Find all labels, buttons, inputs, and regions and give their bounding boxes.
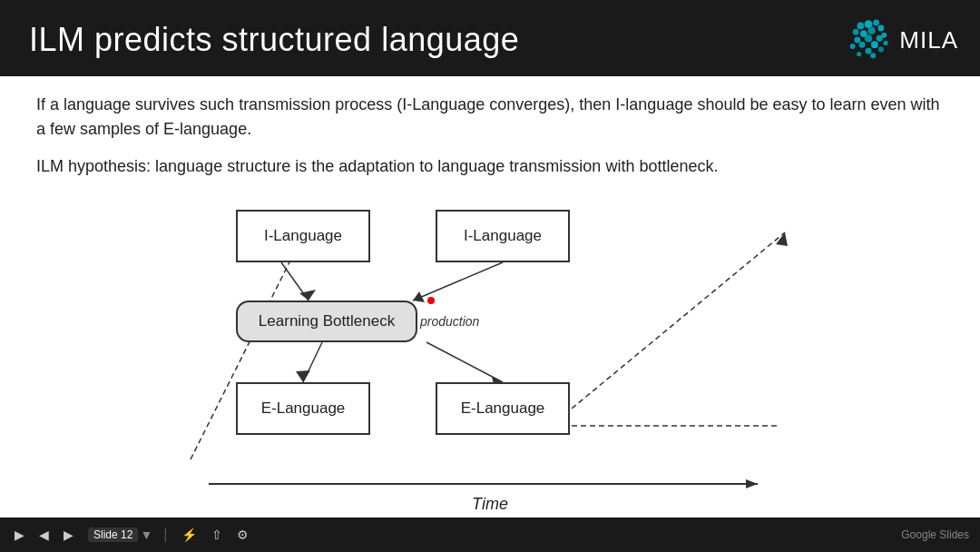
- svg-line-26: [303, 342, 322, 382]
- time-axis: Time: [209, 475, 771, 514]
- toolbar: ▶ ◀ ▶ Slide 12 ▼ | ⚡ ⇧ ⚙ Google Slides: [0, 518, 980, 552]
- gear-icon-button[interactable]: ⚙: [233, 526, 252, 544]
- svg-marker-34: [746, 479, 758, 488]
- svg-point-18: [870, 53, 876, 58]
- time-line-svg: [209, 475, 771, 493]
- svg-point-1: [874, 19, 880, 25]
- svg-point-15: [878, 46, 884, 52]
- play-button[interactable]: ▶: [11, 526, 28, 544]
- prev-button[interactable]: ◀: [35, 526, 53, 544]
- svg-line-30: [572, 232, 785, 409]
- svg-point-25: [427, 297, 435, 304]
- svg-marker-27: [296, 370, 310, 382]
- svg-point-16: [866, 48, 872, 54]
- mila-logo-icon: [845, 16, 892, 64]
- svg-point-2: [858, 23, 865, 30]
- diagram-area: I-Language I-Language Learning Bottlenec…: [181, 192, 799, 473]
- paragraph-2: ILM hypothesis: language structure is th…: [36, 154, 944, 179]
- slide-header: ILM predicts structured language: [0, 0, 980, 76]
- svg-point-9: [855, 37, 861, 44]
- svg-marker-22: [299, 290, 316, 301]
- slide-number-badge[interactable]: Slide 12: [88, 527, 138, 542]
- svg-marker-31: [776, 232, 788, 246]
- svg-point-4: [853, 29, 859, 35]
- time-line: [209, 475, 771, 493]
- slide-title: ILM predicts structured language: [29, 21, 519, 59]
- production-label: production: [420, 314, 479, 329]
- svg-point-6: [867, 26, 876, 34]
- svg-point-13: [871, 41, 878, 48]
- box-learning-bottleneck: Learning Bottleneck: [236, 301, 417, 342]
- box-i-language-1: I-Language: [236, 210, 370, 262]
- slide: ILM predicts structured language: [0, 0, 980, 518]
- lightning-icon-button[interactable]: ⚡: [178, 526, 201, 544]
- svg-point-17: [857, 52, 861, 56]
- slide-content: If a language survives such transmission…: [0, 76, 980, 518]
- svg-marker-24: [413, 291, 425, 302]
- svg-point-8: [877, 35, 883, 42]
- svg-line-23: [413, 262, 503, 301]
- svg-point-12: [859, 42, 866, 48]
- paragraph-1: If a language survives such transmission…: [36, 93, 944, 142]
- svg-point-11: [884, 41, 888, 45]
- svg-point-10: [865, 34, 873, 43]
- time-label: Time: [472, 495, 508, 514]
- share-icon-button[interactable]: ⇧: [208, 526, 226, 544]
- box-e-language-2: E-Language: [436, 382, 570, 435]
- svg-line-28: [426, 342, 503, 382]
- box-i-language-2: I-Language: [436, 210, 570, 262]
- google-slides-label: Google Slides: [901, 528, 969, 541]
- svg-point-14: [850, 44, 856, 49]
- next-button[interactable]: ▶: [60, 526, 77, 544]
- slide-indicator: Slide 12 ▼: [88, 527, 152, 542]
- svg-point-3: [878, 25, 885, 32]
- slide-dropdown-arrow[interactable]: ▼: [140, 527, 152, 542]
- svg-line-21: [281, 262, 309, 301]
- mila-brand-text: MILA: [899, 26, 958, 54]
- box-e-language-1: E-Language: [236, 382, 370, 435]
- mila-logo: MILA: [845, 16, 958, 64]
